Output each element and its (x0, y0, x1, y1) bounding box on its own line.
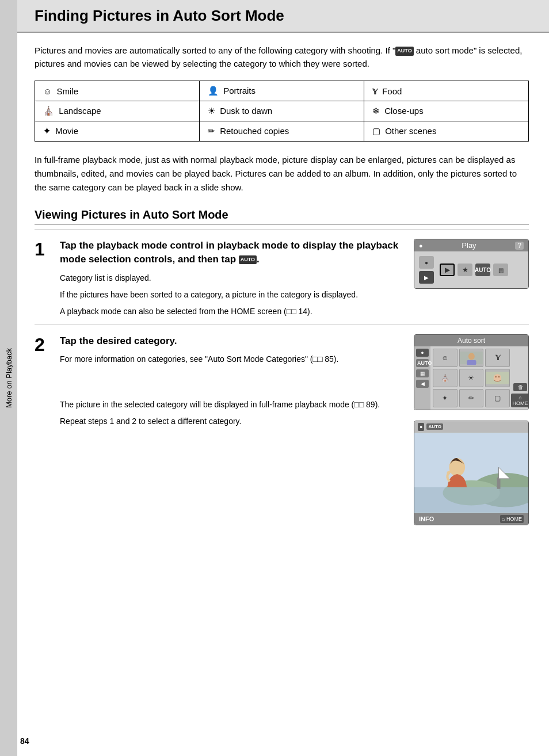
auto-sort-grid-icon: ▦ (416, 369, 429, 377)
auto-sort-title: Auto sort (414, 335, 528, 346)
table-row: ⛪ Landscape ☀ Dusk to dawn ❄ Close-ups (35, 101, 529, 121)
smile-label: Smile (57, 86, 79, 96)
play-active-icon: ▶ (419, 271, 434, 284)
landscape-label: Landscape (59, 106, 101, 116)
svg-point-5 (495, 376, 497, 377)
auto-sort-grid: ☺ 𝕐 ⛪ ☀ (430, 346, 512, 410)
sort-cell-4: ⛪ (433, 369, 458, 387)
step2-number: 2 (35, 334, 60, 525)
table-cell-closeups: ❄ Close-ups (364, 101, 529, 121)
auto-sort-screen: Auto sort ● AUTO ▦ ◀ ☺ (414, 334, 529, 410)
step1-content: Tap the playback mode control in playbac… (60, 239, 414, 322)
other-icon: ▢ (372, 126, 380, 136)
play-icon-4: ▧ (493, 264, 508, 276)
table-cell-food: 𝕐 Food (364, 81, 529, 101)
landscape-icon: ⛪ (43, 106, 54, 116)
portraits-label: Portraits (223, 86, 256, 96)
step2-sub1: For more information on categories, see … (60, 353, 402, 365)
retouched-icon: ✏ (208, 126, 215, 136)
svg-rect-2 (467, 360, 476, 365)
table-cell-other: ▢ Other scenes (364, 121, 529, 142)
page-number: 84 (20, 736, 29, 746)
step2-sub2: The picture in the selected category wil… (60, 399, 402, 411)
movie-icon: ✦ (43, 126, 51, 136)
auto-icon-inline: AUTO (239, 255, 257, 264)
portrait-cam-icon: ● (418, 423, 424, 431)
step2-content: Tap the desired category. For more infor… (60, 334, 414, 525)
play-title: Play (462, 241, 476, 250)
sort-cell-7: ✦ (433, 389, 458, 407)
portrait-thumbnail (460, 349, 483, 367)
page-title: Finding Pictures in Auto Sort Mode (35, 7, 532, 25)
play-body: ● ▶ ▶ ★ AUTO ▧ (414, 251, 528, 288)
portrait-bottom-bar: INFO ⌂ HOME (414, 513, 528, 525)
main-content: Finding Pictures in Auto Sort Mode Pictu… (17, 0, 549, 756)
play-cam-mode-icon: ● (419, 256, 434, 269)
portrait-scene-svg (414, 433, 528, 513)
auto-sort-auto: AUTO (416, 359, 429, 367)
step1-container: 1 Tap the playback mode control in playb… (35, 229, 529, 322)
body-text: In full-frame playback mode, just as wit… (35, 153, 529, 194)
play-cam-icon: ● (419, 242, 423, 249)
auto-sort-right-bar: 🗑 ⌂HOME (512, 346, 528, 410)
play-icon-3: AUTO (475, 264, 490, 276)
dusk-label: Dusk to dawn (220, 106, 272, 116)
auto-sort-film: ◀ (416, 380, 429, 388)
table-cell-landscape: ⛪ Landscape (35, 101, 200, 121)
sort-cell-9: ▢ (485, 389, 510, 407)
table-cell-retouched: ✏ Retouched copies (200, 121, 364, 142)
home-btn-auto: ⌂HOME (511, 394, 529, 407)
spacer (60, 370, 402, 399)
other-label: Other scenes (385, 126, 436, 136)
step1-number: 1 (35, 239, 60, 322)
step1-sub2: If the pictures have been sorted to a ca… (60, 289, 402, 301)
portrait-screen: ● AUTO (414, 421, 529, 525)
smile-icon: ☺ (43, 86, 52, 96)
table-row: ✦ Movie ✏ Retouched copies ▢ Other scene… (35, 121, 529, 142)
auto-sort-cam: ● (416, 349, 429, 357)
play-mode-icons: ▶ ★ AUTO ▧ (440, 264, 508, 276)
play-titlebar: ● Play ? (414, 239, 528, 251)
play-icon-1: ▶ (440, 264, 455, 276)
step2-container: 2 Tap the desired category. For more inf… (35, 324, 529, 525)
food-label: Food (382, 86, 402, 96)
play-question: ? (515, 242, 524, 250)
closeup-thumbnail (486, 369, 509, 387)
portraits-icon: 👤 (208, 86, 219, 96)
sort-cell-6 (485, 369, 510, 387)
play-side-icons: ● ▶ (419, 256, 434, 284)
movie-label: Movie (55, 126, 78, 136)
step1-image: ● Play ? ● ▶ ▶ ★ AUTO ▧ (414, 239, 529, 322)
side-tab-label: More on Playback (5, 348, 13, 408)
retouched-label: Retouched copies (220, 126, 289, 136)
svg-point-6 (498, 376, 500, 377)
portrait-auto-icon: AUTO (426, 423, 443, 430)
auto-sort-left-bar: ● AUTO ▦ ◀ (414, 346, 430, 410)
section2-heading: Viewing Pictures in Auto Sort Mode (35, 208, 529, 224)
food-icon: 𝕐 (372, 87, 378, 96)
sort-cell-5: ☀ (459, 369, 484, 387)
play-icon-2: ★ (458, 264, 472, 276)
auto-icon: AUTO (395, 47, 413, 56)
closeups-icon: ❄ (372, 106, 380, 116)
sort-cell-3: 𝕐 (485, 349, 510, 367)
portrait-body (414, 433, 528, 513)
dusk-icon: ☀ (208, 106, 215, 116)
table-cell-movie: ✦ Movie (35, 121, 200, 142)
intro-text: Pictures and movies are automatically so… (35, 44, 529, 70)
home-btn-portrait: ⌂ HOME (500, 515, 524, 523)
table-cell-smile: ☺ Smile (35, 81, 200, 101)
side-tab: More on Playback (0, 0, 17, 756)
page-container: More on Playback Finding Pictures in Aut… (0, 0, 549, 756)
svg-point-13 (449, 458, 465, 476)
step2-images: Auto sort ● AUTO ▦ ◀ ☺ (414, 334, 529, 525)
svg-point-1 (468, 353, 475, 360)
step2-main-text: Tap the desired category. (60, 334, 402, 348)
sort-cell-8: ✏ (459, 389, 484, 407)
svg-rect-11 (497, 478, 501, 489)
page-header: Finding Pictures in Auto Sort Mode (17, 0, 549, 33)
auto-sort-body: ● AUTO ▦ ◀ ☺ (414, 346, 528, 410)
table-cell-portraits: 👤 Portraits (200, 81, 364, 101)
table-cell-dusk: ☀ Dusk to dawn (200, 101, 364, 121)
step1-sub3: A playback mode can also be selected fro… (60, 306, 402, 318)
